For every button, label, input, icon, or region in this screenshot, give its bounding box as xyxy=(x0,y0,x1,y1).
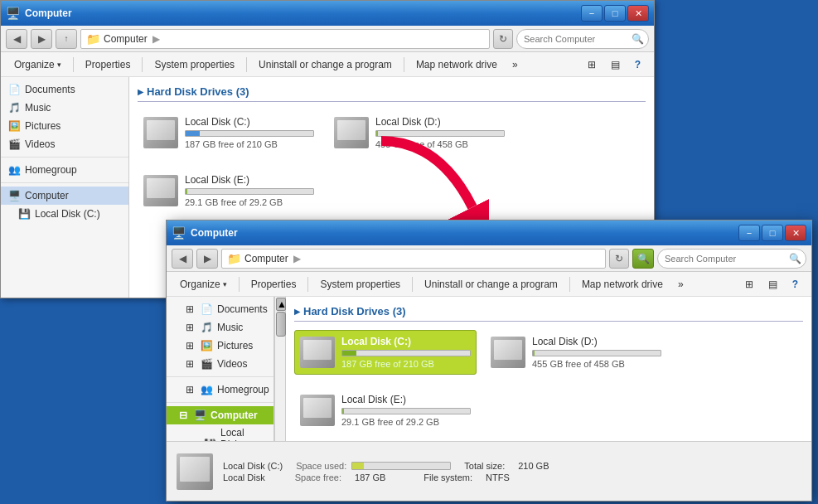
drive-c-free: 187 GB free of 210 GB xyxy=(185,139,314,149)
sidebar-item-localdisk-front[interactable]: ⊞ 💾 Local Disk (C:) ▾ xyxy=(167,424,273,443)
address-path-front[interactable]: 📁 Computer ▶ xyxy=(221,249,606,269)
sidebar-scrollbar[interactable]: ▲ ▼ xyxy=(274,297,286,443)
sidebar-item-documents-front[interactable]: ⊞ 📄 Documents xyxy=(167,300,273,318)
window-front-icon: 🖥️ xyxy=(172,226,186,240)
maximize-button-front[interactable]: □ xyxy=(762,225,783,241)
bottom-bar-bg xyxy=(351,462,451,470)
bottom-drive-name-2: Local Disk xyxy=(223,472,265,482)
forward-button-back[interactable]: ▶ xyxy=(31,29,52,49)
sidebar-item-videos-back[interactable]: 🎬 Videos xyxy=(1,135,128,153)
drive-e-free-front: 29.1 GB free of 29.2 GB xyxy=(341,417,471,427)
title-bar-front: 🖥️ Computer − □ ✕ xyxy=(167,220,811,245)
address-path-back[interactable]: 📁 Computer ▶ xyxy=(80,29,490,49)
address-arrow: ▶ xyxy=(152,33,160,45)
folder-icon: 📁 xyxy=(86,32,100,46)
music-icon-front: 🎵 xyxy=(201,322,213,333)
sidebar-back: 📄 Documents 🎵 Music 🖼️ Pictures 🎬 Videos… xyxy=(1,77,129,298)
minimize-button-front[interactable]: − xyxy=(738,225,760,241)
sidebar-item-homegroup-front[interactable]: ⊞ 👥 Homegroup xyxy=(167,380,273,399)
properties-btn-front[interactable]: Properties xyxy=(244,277,303,292)
sidebar-item-videos-front[interactable]: ⊞ 🎬 Videos xyxy=(167,355,273,373)
close-button-front[interactable]: ✕ xyxy=(785,225,806,241)
drive-c-front[interactable]: Local Disk (C:) 187 GB free of 210 GB xyxy=(294,330,477,375)
folder-icon-front: 📁 xyxy=(227,252,241,265)
view-toggle-btn-back[interactable]: ▤ xyxy=(604,57,627,72)
properties-btn-back[interactable]: Properties xyxy=(79,57,138,72)
toolbar-front-sep-4 xyxy=(569,277,570,292)
pictures-icon-front: 🖼️ xyxy=(201,340,213,351)
drive-e-fill-front xyxy=(342,409,344,414)
drive-c-back[interactable]: Local Disk (C:) 187 GB free of 210 GB xyxy=(138,110,320,155)
uninstall-btn-front[interactable]: Uninstall or change a program xyxy=(418,277,564,292)
drive-d-back[interactable]: Local Disk (D:) 455 GB free of 458 GB xyxy=(328,110,511,155)
drives-grid-e-front: Local Disk (E:) 29.1 GB free of 29.2 GB xyxy=(294,388,803,433)
drive-d-info-front: Local Disk (D:) 455 GB free of 458 GB xyxy=(532,336,661,369)
bottom-row-1: Local Disk (C:) Space used: Total size: … xyxy=(223,461,801,471)
sidebar-section-homegroup-front: ⊞ 👥 Homegroup xyxy=(167,376,273,399)
drive-e-front[interactable]: Local Disk (E:) 29.1 GB free of 29.2 GB xyxy=(294,388,477,433)
toolbar-back: Organize ▾ Properties System properties … xyxy=(1,52,654,77)
toolbar-front-sep-1 xyxy=(239,277,240,292)
sidebar-item-music-back[interactable]: 🎵 Music xyxy=(1,99,128,117)
sidebar-item-music-front[interactable]: ⊞ 🎵 Music xyxy=(167,318,273,337)
map-network-btn-front[interactable]: Map network drive xyxy=(575,277,670,292)
help-btn-front[interactable]: ? xyxy=(786,277,805,292)
organize-btn-back[interactable]: Organize ▾ xyxy=(7,57,68,72)
up-button-back[interactable]: ↑ xyxy=(56,29,77,49)
search-input-front[interactable] xyxy=(657,249,806,269)
address-arrow-front: ▶ xyxy=(293,253,301,264)
drive-d-name-front: Local Disk (D:) xyxy=(532,336,661,347)
sidebar-item-localdisk-back[interactable]: 💾 Local Disk (C:) xyxy=(1,205,128,223)
drive-e-info: Local Disk (E:) 29.1 GB free of 29.2 GB xyxy=(185,174,314,207)
search-go-btn-front[interactable]: 🔍 xyxy=(632,249,654,269)
drive-d-fill xyxy=(376,131,378,136)
refresh-button-front[interactable]: ↻ xyxy=(609,249,629,269)
scroll-up-btn[interactable]: ▲ xyxy=(276,298,286,311)
pic-expand-icon: ⊞ xyxy=(183,339,196,352)
minimize-button-back[interactable]: − xyxy=(581,5,603,22)
organize-btn-front[interactable]: Organize ▾ xyxy=(173,277,234,292)
view-options-btn-front[interactable]: ⊞ xyxy=(738,277,760,292)
drives-grid-e-back: Local Disk (E:) 29.1 GB free of 29.2 GB xyxy=(138,168,646,213)
sidebar-item-pictures-front[interactable]: ⊞ 🖼️ Pictures xyxy=(167,337,273,355)
forward-button-front[interactable]: ▶ xyxy=(196,249,218,269)
drive-d-front[interactable]: Local Disk (D:) 455 GB free of 458 GB xyxy=(485,330,667,375)
sidebar-item-documents-back[interactable]: 📄 Documents xyxy=(1,80,128,99)
back-button-front[interactable]: ◀ xyxy=(172,249,193,269)
help-btn-back[interactable]: ? xyxy=(628,57,647,72)
sidebar-item-pictures-back[interactable]: 🖼️ Pictures xyxy=(1,117,128,135)
drive-c-info: Local Disk (C:) 187 GB free of 210 GB xyxy=(185,116,314,149)
more-btn-front[interactable]: » xyxy=(671,277,690,292)
drive-c-name-front: Local Disk (C:) xyxy=(341,336,471,347)
close-button-back[interactable]: ✕ xyxy=(627,5,649,22)
search-input-back[interactable] xyxy=(516,29,649,49)
drive-e-back[interactable]: Local Disk (E:) 29.1 GB free of 29.2 GB xyxy=(138,168,320,213)
search-icon-front: 🔍 xyxy=(789,253,801,264)
refresh-button-back[interactable]: ↻ xyxy=(493,29,513,49)
system-props-btn-front[interactable]: System properties xyxy=(313,277,407,292)
title-bar-left: 🖥️ Computer xyxy=(6,7,72,20)
space-used-label: Space used: xyxy=(296,461,346,471)
back-button-back[interactable]: ◀ xyxy=(6,29,27,49)
bottom-bar-wrapper: Space used: xyxy=(296,461,451,471)
map-network-btn-back[interactable]: Map network drive xyxy=(409,57,504,72)
scroll-thumb[interactable] xyxy=(276,312,286,337)
bottom-bar-fill xyxy=(352,463,364,469)
toolbar-sep-3 xyxy=(246,57,247,72)
drive-c-img xyxy=(143,117,178,148)
sidebar-item-computer-front[interactable]: ⊟ 🖥️ Computer xyxy=(167,406,273,424)
sidebar-item-homegroup-back[interactable]: 👥 Homegroup xyxy=(1,161,128,179)
view-options-btn-back[interactable]: ⊞ xyxy=(581,57,603,72)
view-toggle-btn-front[interactable]: ▤ xyxy=(762,277,784,292)
drive-d-img-front xyxy=(491,337,525,368)
uninstall-btn-back[interactable]: Uninstall or change a program xyxy=(252,57,399,72)
videos-icon-front: 🎬 xyxy=(201,358,213,370)
sidebar-item-computer-back[interactable]: 🖥️ Computer xyxy=(1,187,128,205)
drive-c-img-front xyxy=(300,337,335,368)
drive-c-fill xyxy=(186,131,200,136)
homegroup-expand-icon: ⊞ xyxy=(183,383,196,396)
drive-d-name: Local Disk (D:) xyxy=(375,116,505,128)
system-props-btn-back[interactable]: System properties xyxy=(148,57,241,72)
more-btn-back[interactable]: » xyxy=(506,57,525,72)
maximize-button-back[interactable]: □ xyxy=(604,5,626,22)
